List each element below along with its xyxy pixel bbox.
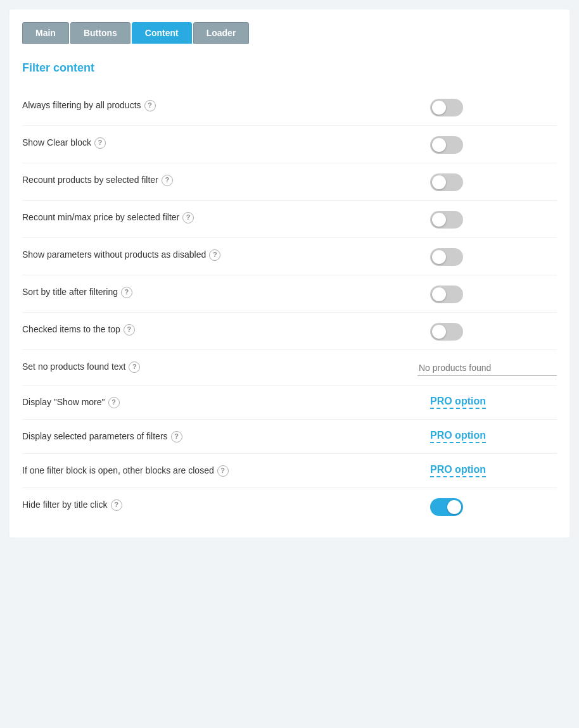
pro-option-one-filter-open[interactable]: PRO option	[430, 464, 486, 477]
toggle-thumb	[447, 500, 461, 514]
setting-row-recount-minmax: Recount min/max price by selected filter…	[22, 201, 557, 238]
tab-buttons[interactable]: Buttons	[70, 22, 130, 44]
setting-row-hide-filter: Hide filter by title click ?	[22, 488, 557, 525]
toggle-always-filtering[interactable]	[430, 99, 463, 116]
setting-control-checked-top	[430, 322, 557, 341]
tab-main[interactable]: Main	[22, 22, 69, 44]
setting-label-recount-products: Recount products by selected filter ?	[22, 172, 173, 187]
help-icon-one-filter-open[interactable]: ?	[217, 465, 229, 477]
help-icon-always-filtering[interactable]: ?	[144, 100, 156, 111]
help-icon-show-params[interactable]: ?	[209, 249, 220, 261]
toggle-show-clear[interactable]	[430, 136, 463, 154]
setting-row-selected-params: Display selected parameters of filters ?…	[22, 420, 557, 454]
help-icon-recount-minmax[interactable]: ?	[182, 212, 194, 223]
tab-loader[interactable]: Loader	[193, 22, 250, 44]
setting-label-show-more: Display "Show more" ?	[22, 394, 120, 409]
setting-label-hide-filter: Hide filter by title click ?	[22, 497, 122, 511]
toggle-show-params[interactable]	[430, 248, 463, 266]
tab-content[interactable]: Content	[132, 22, 192, 44]
setting-label-checked-top: Checked items to the top ?	[22, 322, 135, 336]
setting-control-show-more: PRO option	[430, 394, 557, 409]
setting-control-one-filter-open: PRO option	[430, 463, 557, 477]
toggle-thumb	[432, 213, 446, 227]
setting-label-selected-params: Display selected parameters of filters ?	[22, 429, 182, 443]
setting-label-one-filter-open: If one filter block is open, other block…	[22, 463, 229, 477]
setting-row-sort-title: Sort by title after filtering ?	[22, 275, 557, 313]
toggle-sort-title[interactable]	[430, 286, 463, 303]
pro-option-show-more[interactable]: PRO option	[430, 396, 486, 409]
tab-bar: Main Buttons Content Loader	[22, 22, 557, 44]
setting-row-recount-products: Recount products by selected filter ?	[22, 163, 557, 201]
section-title: Filter content	[22, 61, 557, 75]
toggle-hide-filter[interactable]	[430, 498, 463, 516]
setting-control-show-params	[430, 247, 557, 266]
help-icon-show-clear[interactable]: ?	[94, 137, 106, 149]
setting-label-always-filtering: Always filtering by all products ?	[22, 97, 156, 112]
setting-control-recount-minmax	[430, 210, 557, 229]
help-icon-sort-title[interactable]: ?	[121, 287, 132, 298]
help-icon-no-products-text[interactable]: ?	[129, 361, 140, 373]
toggle-thumb	[432, 138, 446, 152]
toggle-checked-top[interactable]	[430, 323, 463, 341]
setting-row-show-params: Show parameters without products as disa…	[22, 238, 557, 275]
toggle-recount-minmax[interactable]	[430, 211, 463, 229]
setting-control-recount-products	[430, 172, 557, 191]
toggle-thumb	[432, 101, 446, 115]
settings-panel: Main Buttons Content Loader Filter conte…	[10, 9, 569, 537]
setting-control-selected-params: PRO option	[430, 429, 557, 443]
help-icon-selected-params[interactable]: ?	[171, 431, 182, 442]
setting-row-show-more: Display "Show more" ? PRO option	[22, 386, 557, 420]
toggle-thumb	[432, 175, 446, 189]
setting-control-hide-filter	[430, 497, 557, 516]
setting-control-no-products-text: No products found	[417, 359, 557, 376]
toggle-recount-products[interactable]	[430, 173, 463, 191]
setting-control-show-clear	[430, 135, 557, 154]
setting-control-sort-title	[430, 284, 557, 303]
toggle-thumb	[432, 325, 446, 339]
pro-option-selected-params[interactable]: PRO option	[430, 430, 486, 443]
setting-label-no-products-text: Set no products found text ?	[22, 359, 140, 373]
help-icon-recount-products[interactable]: ?	[162, 175, 173, 186]
help-icon-checked-top[interactable]: ?	[124, 324, 135, 336]
setting-label-show-params: Show parameters without products as disa…	[22, 247, 220, 261]
setting-row-checked-top: Checked items to the top ?	[22, 313, 557, 350]
help-icon-hide-filter[interactable]: ?	[111, 499, 122, 511]
setting-control-always-filtering	[430, 97, 557, 116]
setting-row-show-clear: Show Clear block ?	[22, 126, 557, 163]
setting-row-no-products-text: Set no products found text ? No products…	[22, 350, 557, 386]
setting-row-always-filtering: Always filtering by all products ?	[22, 89, 557, 126]
setting-row-one-filter-open: If one filter block is open, other block…	[22, 454, 557, 488]
setting-label-recount-minmax: Recount min/max price by selected filter…	[22, 210, 194, 224]
toggle-thumb	[432, 250, 446, 264]
help-icon-show-more[interactable]: ?	[108, 397, 120, 408]
setting-label-show-clear: Show Clear block ?	[22, 135, 106, 149]
no-products-text-input[interactable]: No products found	[417, 360, 557, 376]
toggle-thumb	[432, 287, 446, 301]
setting-label-sort-title: Sort by title after filtering ?	[22, 284, 132, 299]
settings-list: Always filtering by all products ? Show …	[22, 89, 557, 525]
